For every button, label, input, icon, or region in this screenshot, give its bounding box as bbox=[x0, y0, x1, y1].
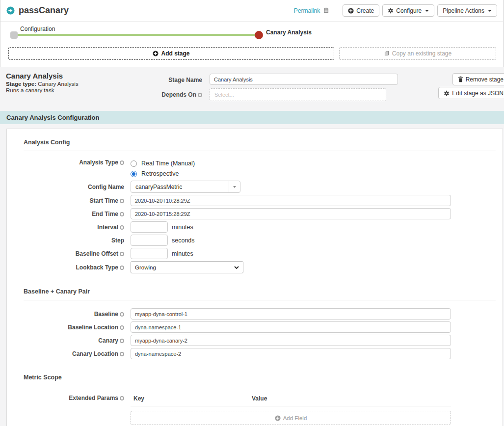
value-column-header: Value bbox=[252, 395, 267, 402]
baseline-location-input[interactable] bbox=[131, 321, 451, 333]
page-title: passCanary bbox=[19, 5, 69, 16]
pipeline-actions-button[interactable]: Pipeline Actions bbox=[437, 4, 497, 17]
help-icon[interactable] bbox=[120, 352, 124, 356]
add-field-button[interactable]: Add Field bbox=[131, 411, 451, 425]
end-time-row: End Time bbox=[7, 208, 503, 219]
radio-retrospective-label[interactable]: Retrospective bbox=[141, 170, 179, 177]
help-icon[interactable] bbox=[120, 396, 124, 400]
stage-type-label: Stage type: bbox=[6, 81, 36, 87]
help-icon[interactable] bbox=[120, 339, 124, 343]
stage-name-input[interactable] bbox=[210, 74, 398, 85]
metric-scope-heading: Metric Scope bbox=[24, 374, 496, 386]
lookback-type-select[interactable]: Growing bbox=[131, 261, 243, 273]
canary-label: Canary bbox=[7, 337, 131, 344]
baseline-offset-row: Baseline Offset minutes bbox=[7, 248, 503, 259]
radio-selected-icon[interactable] bbox=[131, 171, 137, 177]
section-header: Canary Analysis Configuration bbox=[0, 111, 504, 124]
lookback-type-row: Lookback Type Growing bbox=[7, 261, 503, 273]
analysis-type-label: Analysis Type bbox=[7, 159, 131, 166]
analysis-type-radios: Real Time (Manual) Retrospective bbox=[131, 159, 195, 177]
extended-params-header: Key Value bbox=[131, 394, 451, 406]
help-icon[interactable] bbox=[120, 325, 124, 330]
remove-stage-label: Remove stage bbox=[466, 76, 504, 83]
edit-stage-json-button[interactable]: Edit stage as JSON bbox=[438, 87, 504, 99]
canary-config-card: Analysis Config Analysis Type Real Time … bbox=[6, 129, 503, 426]
config-name-dropdown-button[interactable] bbox=[229, 181, 240, 193]
chevron-down-icon bbox=[425, 10, 429, 12]
extended-params-table: Key Value Add Field bbox=[131, 394, 451, 425]
stage-node-canary-analysis[interactable] bbox=[255, 31, 263, 39]
baseline-input[interactable] bbox=[131, 308, 451, 320]
step-row: Step seconds bbox=[7, 235, 503, 246]
add-stage-button[interactable]: Add stage bbox=[8, 47, 334, 60]
chevron-down-icon bbox=[233, 186, 236, 188]
help-icon[interactable] bbox=[120, 212, 124, 216]
permalink-link[interactable]: Permalink bbox=[294, 7, 320, 14]
key-column-header: Key bbox=[133, 395, 252, 402]
end-time-input[interactable] bbox=[131, 208, 451, 219]
baseline-location-row: Baseline Location bbox=[7, 321, 503, 333]
stage-type: Stage type: Canary Analysis bbox=[6, 81, 79, 87]
radio-real-time[interactable]: Real Time (Manual) bbox=[131, 160, 195, 167]
stage-label-canary-analysis[interactable]: Canary Analysis bbox=[266, 29, 312, 36]
title-actions: Permalink bbox=[294, 4, 497, 17]
pipeline-header-card: passCanary Permalink bbox=[0, 0, 504, 67]
section-header-title: Canary Analysis Configuration bbox=[6, 114, 100, 121]
help-icon[interactable] bbox=[120, 160, 124, 165]
help-icon[interactable] bbox=[120, 199, 124, 203]
configure-button-label: Configure bbox=[396, 7, 422, 14]
help-icon[interactable] bbox=[120, 252, 124, 256]
step-label: Step bbox=[7, 237, 131, 244]
help-icon[interactable] bbox=[120, 266, 124, 270]
baseline-pair-heading: Baseline + Canary Pair bbox=[24, 288, 496, 300]
plus-circle-icon bbox=[153, 51, 159, 56]
canary-location-input[interactable] bbox=[131, 348, 451, 359]
interval-input[interactable] bbox=[131, 221, 168, 233]
remove-stage-button[interactable]: Remove stage bbox=[452, 73, 504, 85]
config-name-row: Config Name canaryPassMetric bbox=[7, 181, 503, 193]
stage-name-label: Stage Name bbox=[143, 77, 202, 83]
stage-description: Runs a canary task bbox=[6, 87, 79, 93]
config-name-combobox: canaryPassMetric bbox=[131, 181, 240, 193]
step-input[interactable] bbox=[131, 235, 168, 246]
baseline-location-label: Baseline Location bbox=[7, 324, 131, 331]
interval-row: Interval minutes bbox=[7, 221, 503, 233]
add-stage-row: Add stage Copy an existing stage bbox=[0, 45, 503, 67]
radio-real-time-label[interactable]: Real Time (Manual) bbox=[141, 160, 195, 167]
help-icon[interactable] bbox=[198, 93, 202, 97]
metric-scope-form: Extended Params Key Value bbox=[7, 386, 503, 426]
gear-icon bbox=[444, 90, 450, 96]
radio-retrospective[interactable]: Retrospective bbox=[131, 170, 195, 177]
end-time-label: End Time bbox=[7, 211, 131, 217]
title-row: passCanary Permalink bbox=[0, 0, 503, 22]
stage-node-configuration[interactable] bbox=[10, 31, 18, 39]
help-icon[interactable] bbox=[120, 312, 124, 317]
stage-title: Canary Analysis bbox=[6, 72, 79, 80]
copy-existing-stage-label: Copy an existing stage bbox=[392, 50, 451, 57]
radio-unselected-icon[interactable] bbox=[131, 160, 137, 167]
add-stage-label: Add stage bbox=[161, 50, 189, 57]
lookback-type-value: Growing bbox=[135, 265, 156, 270]
analysis-config-heading: Analysis Config bbox=[24, 139, 496, 151]
stage-label-configuration[interactable]: Configuration bbox=[20, 26, 55, 32]
canary-input[interactable] bbox=[131, 335, 451, 346]
canary-location-label: Canary Location bbox=[7, 350, 131, 357]
config-name-value: canaryPassMetric bbox=[135, 184, 182, 190]
depends-on-select[interactable]: Select... bbox=[210, 88, 386, 101]
create-button[interactable]: Create bbox=[343, 4, 379, 17]
baseline-offset-label: Baseline Offset bbox=[7, 250, 131, 257]
create-button-label: Create bbox=[356, 7, 374, 14]
start-time-input[interactable] bbox=[131, 195, 451, 206]
config-name-input[interactable]: canaryPassMetric bbox=[131, 181, 229, 193]
interval-label: Interval bbox=[7, 224, 131, 231]
copy-permalink-icon[interactable] bbox=[323, 7, 329, 14]
canary-row: Canary bbox=[7, 335, 503, 346]
baseline-label: Baseline bbox=[7, 311, 131, 318]
start-time-label: Start Time bbox=[7, 197, 131, 204]
copy-existing-stage-button[interactable]: Copy an existing stage bbox=[339, 47, 496, 60]
step-unit: seconds bbox=[172, 237, 195, 244]
baseline-offset-input[interactable] bbox=[131, 248, 168, 259]
configure-button[interactable]: Configure bbox=[382, 4, 434, 17]
chevron-down-icon bbox=[488, 10, 492, 12]
help-icon[interactable] bbox=[120, 225, 124, 230]
